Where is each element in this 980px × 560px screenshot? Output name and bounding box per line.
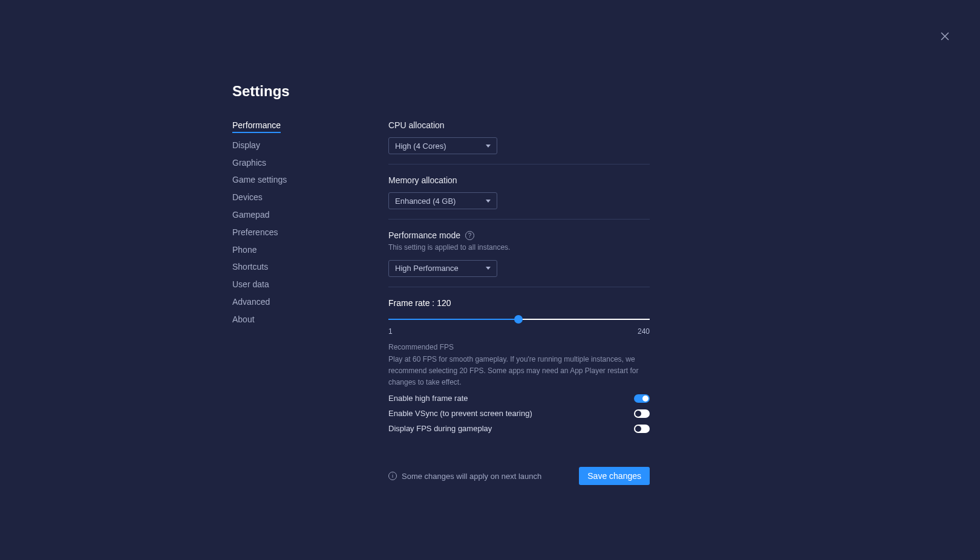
perfmode-section: Performance mode ? This setting is appli… [388, 230, 650, 287]
footer-note: i Some changes will apply on next launch [388, 472, 541, 481]
cpu-dropdown[interactable]: High (4 Cores) [388, 137, 497, 154]
perfmode-dropdown[interactable]: High Performance [388, 260, 497, 277]
sidebar-item-advanced[interactable]: Advanced [232, 297, 311, 307]
save-changes-button[interactable]: Save changes [579, 467, 650, 485]
page-title: Settings [232, 83, 650, 100]
cpu-dropdown-value: High (4 Cores) [395, 142, 446, 151]
sidebar-item-game-settings[interactable]: Game settings [232, 175, 311, 185]
slider-min: 1 [388, 327, 393, 336]
sidebar-item-preferences[interactable]: Preferences [232, 227, 311, 238]
memory-dropdown-value: Enhanced (4 GB) [395, 197, 456, 206]
close-button[interactable] [939, 30, 951, 42]
toggle-vsync[interactable] [634, 409, 650, 418]
slider-thumb[interactable] [514, 315, 523, 324]
toggle-show-fps-label: Display FPS during gameplay [388, 424, 492, 433]
sidebar-item-graphics[interactable]: Graphics [232, 158, 311, 168]
perfmode-subtext: This setting is applied to all instances… [388, 243, 650, 253]
framerate-label: Frame rate : 120 [388, 298, 650, 308]
slider-track-fill [388, 319, 518, 320]
sidebar-item-gamepad[interactable]: Gamepad [232, 210, 311, 220]
slider-max: 240 [638, 327, 650, 336]
memory-section: Memory allocation Enhanced (4 GB) [388, 175, 650, 220]
memory-dropdown[interactable]: Enhanced (4 GB) [388, 192, 497, 209]
framerate-note: Recommended FPS Play at 60 FPS for smoot… [388, 342, 650, 388]
sidebar-item-display[interactable]: Display [232, 140, 311, 151]
info-icon: i [388, 472, 397, 480]
toggle-vsync-label: Enable VSync (to prevent screen tearing) [388, 409, 532, 418]
sidebar-item-performance[interactable]: Performance [232, 120, 281, 133]
sidebar-item-about[interactable]: About [232, 314, 311, 325]
settings-sidebar: Performance Display Graphics Game settin… [232, 120, 311, 485]
framerate-slider[interactable] [388, 315, 650, 324]
toggle-high-fps-label: Enable high frame rate [388, 394, 468, 403]
caret-down-icon [486, 145, 491, 148]
framerate-section: Frame rate : 120 1 240 Recommended FPS P… [388, 298, 650, 443]
caret-down-icon [486, 267, 491, 270]
perfmode-label: Performance mode [388, 230, 460, 240]
close-icon [941, 32, 949, 41]
sidebar-item-user-data[interactable]: User data [232, 279, 311, 290]
cpu-section: CPU allocation High (4 Cores) [388, 120, 650, 164]
memory-label: Memory allocation [388, 175, 650, 185]
sidebar-item-shortcuts[interactable]: Shortcuts [232, 262, 311, 272]
help-icon[interactable]: ? [465, 231, 474, 240]
sidebar-item-phone[interactable]: Phone [232, 245, 311, 255]
cpu-label: CPU allocation [388, 120, 650, 130]
toggle-high-fps[interactable] [634, 394, 650, 403]
perfmode-dropdown-value: High Performance [395, 264, 459, 273]
toggle-show-fps[interactable] [634, 425, 650, 433]
sidebar-item-devices[interactable]: Devices [232, 192, 311, 203]
caret-down-icon [486, 200, 491, 203]
footer: i Some changes will apply on next launch… [388, 467, 650, 485]
